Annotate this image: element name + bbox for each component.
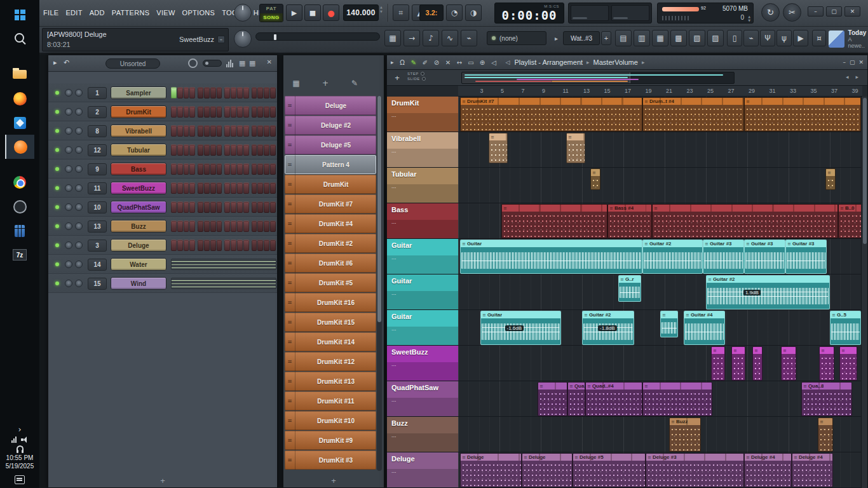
pat-mode-button[interactable]: PAT bbox=[260, 4, 283, 13]
step-cell[interactable] bbox=[237, 182, 243, 194]
channel-button[interactable]: SweetBuzz bbox=[111, 182, 166, 194]
channel-button[interactable]: Sampler bbox=[111, 86, 166, 99]
step-cell[interactable] bbox=[237, 87, 243, 98]
track-header[interactable]: Guitar... bbox=[387, 239, 458, 274]
track-lane[interactable]: ≡DrumKit #7≡Drum..t #4≡ bbox=[458, 97, 862, 132]
channel-volume-knob[interactable] bbox=[75, 89, 83, 97]
track-header[interactable]: Vibrabell... bbox=[387, 132, 458, 167]
audio-clip[interactable]: ≡Guitar #2-1.8dB bbox=[582, 311, 634, 345]
channel-button[interactable]: Wind bbox=[111, 277, 166, 290]
audio-clip[interactable]: ≡Guitar #3 bbox=[703, 240, 744, 274]
arrangement-selector[interactable]: Wat..#3 bbox=[563, 31, 600, 45]
channel-button[interactable]: Water bbox=[111, 258, 166, 271]
remote-icon[interactable]: ψ bbox=[776, 30, 792, 46]
step-cell[interactable] bbox=[270, 201, 276, 213]
step-cell[interactable] bbox=[210, 240, 216, 251]
slide-toggle[interactable] bbox=[422, 77, 426, 81]
menu-file[interactable]: FILE bbox=[43, 9, 58, 17]
pattern-item[interactable]: ≡DrumKit #2 bbox=[285, 234, 376, 253]
step-cell[interactable] bbox=[177, 182, 183, 194]
channel-number[interactable]: 15 bbox=[88, 278, 107, 290]
track-lane[interactable]: ≡≡Qua..3≡Quad..#4≡≡Qua..8 bbox=[458, 381, 862, 416]
count-in-icon[interactable]: ◑ bbox=[465, 4, 482, 21]
minimize-button[interactable]: – bbox=[808, 6, 824, 17]
step-cell[interactable] bbox=[243, 182, 249, 194]
channel-volume-knob[interactable] bbox=[75, 261, 83, 268]
step-cell[interactable] bbox=[231, 87, 236, 98]
channel-volume-knob[interactable] bbox=[75, 222, 83, 230]
step-cell[interactable] bbox=[243, 240, 249, 251]
step-cell[interactable] bbox=[171, 106, 177, 118]
step-cell[interactable] bbox=[184, 201, 189, 213]
polyphony-spinner[interactable]: ▲ ▼ bbox=[748, 15, 750, 22]
pattern-clip[interactable]: ≡ bbox=[819, 346, 834, 381]
channel-mute-led[interactable] bbox=[55, 91, 59, 95]
step-cell[interactable] bbox=[184, 182, 189, 194]
render-icon[interactable]: ▶ bbox=[793, 30, 808, 46]
shop-cart-icon[interactable]: ¤ bbox=[812, 30, 826, 46]
step-cell[interactable] bbox=[252, 240, 257, 251]
step-cell[interactable] bbox=[177, 87, 183, 98]
obs-icon[interactable] bbox=[5, 194, 34, 219]
add-arrangement-button[interactable]: + bbox=[601, 31, 611, 45]
pattern-clip[interactable]: ≡Drum..t #4 bbox=[642, 97, 744, 132]
note-icon[interactable]: ♪ bbox=[423, 30, 439, 46]
pattern-clip[interactable]: ≡ bbox=[711, 346, 725, 381]
track-lane[interactable]: ≡≡Bass #4≡≡B..0 bbox=[458, 203, 862, 238]
track-options[interactable]: ... bbox=[391, 361, 397, 367]
step-cell[interactable] bbox=[171, 125, 177, 137]
plugin-picker-toggle-icon[interactable]: ▨ bbox=[707, 30, 724, 46]
step-cell[interactable] bbox=[217, 201, 222, 213]
step-cell[interactable] bbox=[270, 163, 276, 175]
audio-clip[interactable]: ≡ bbox=[660, 311, 678, 337]
search-icon[interactable] bbox=[5, 27, 34, 51]
pattern-item[interactable]: ≡DrumKit #7 bbox=[285, 194, 376, 214]
sync-button[interactable]: ↻ bbox=[761, 3, 780, 22]
pattern-item[interactable]: ≡Deluge #5 bbox=[285, 135, 376, 154]
track-options[interactable]: ... bbox=[391, 396, 397, 403]
step-cell[interactable] bbox=[231, 182, 236, 194]
step-cell[interactable] bbox=[217, 220, 222, 232]
step-cell[interactable] bbox=[243, 201, 249, 213]
pattern-clip[interactable]: ≡ bbox=[839, 346, 857, 381]
step-cell[interactable] bbox=[252, 125, 257, 137]
step-cell[interactable] bbox=[237, 144, 243, 156]
step-cell[interactable] bbox=[198, 201, 203, 213]
step-cell[interactable] bbox=[224, 240, 230, 251]
pattern-clip[interactable]: ≡ bbox=[590, 168, 600, 190]
menu-options[interactable]: OPTIONS bbox=[182, 9, 215, 17]
step-cell[interactable] bbox=[252, 201, 257, 213]
step-cell[interactable] bbox=[257, 220, 263, 232]
mute-icon[interactable]: ✕ bbox=[443, 57, 454, 68]
step-grid-icon[interactable]: ▦ bbox=[249, 59, 255, 67]
step-cell[interactable] bbox=[270, 182, 276, 194]
pattern-item[interactable]: ≡DrumKit #14 bbox=[285, 332, 376, 351]
plugin-icon[interactable]: ⌁ bbox=[743, 30, 759, 46]
pattern-clip[interactable]: ≡ bbox=[731, 346, 745, 381]
main-pitch-knob[interactable] bbox=[234, 4, 252, 22]
channel-number[interactable]: 1 bbox=[88, 87, 107, 99]
pattern-clip[interactable]: ≡ bbox=[744, 97, 861, 132]
tempo-down-icon[interactable]: ▼ bbox=[380, 10, 383, 13]
pattern-clip[interactable]: ≡Buzz bbox=[669, 417, 701, 452]
headset-icon[interactable] bbox=[17, 445, 24, 451]
track-options[interactable]: ... bbox=[391, 147, 397, 154]
notification-center-icon[interactable] bbox=[15, 475, 25, 484]
step-cell[interactable] bbox=[270, 106, 276, 118]
channel-number[interactable]: 9 bbox=[88, 163, 107, 175]
audio-clip[interactable]: ≡Guitar-1.6dB bbox=[480, 311, 561, 345]
pattern-clip[interactable]: ≡Deluge #3 bbox=[646, 453, 744, 487]
channel-mute-led[interactable] bbox=[55, 205, 59, 209]
channel-pan-knob[interactable] bbox=[65, 146, 72, 154]
step-cell[interactable] bbox=[198, 163, 203, 175]
playlist-toggle-icon[interactable]: ▤ bbox=[615, 30, 632, 46]
pattern-item[interactable]: ≡DrumKit #15 bbox=[285, 313, 376, 332]
step-cell[interactable] bbox=[171, 182, 177, 194]
step-cell[interactable] bbox=[198, 125, 203, 137]
step-cell[interactable] bbox=[210, 201, 216, 213]
channel-button[interactable]: Bass bbox=[111, 163, 166, 175]
remote-control-selector[interactable]: (none) bbox=[487, 31, 546, 45]
step-cell[interactable] bbox=[189, 220, 195, 232]
step-cell[interactable] bbox=[224, 106, 230, 118]
step-cell[interactable] bbox=[198, 182, 203, 194]
